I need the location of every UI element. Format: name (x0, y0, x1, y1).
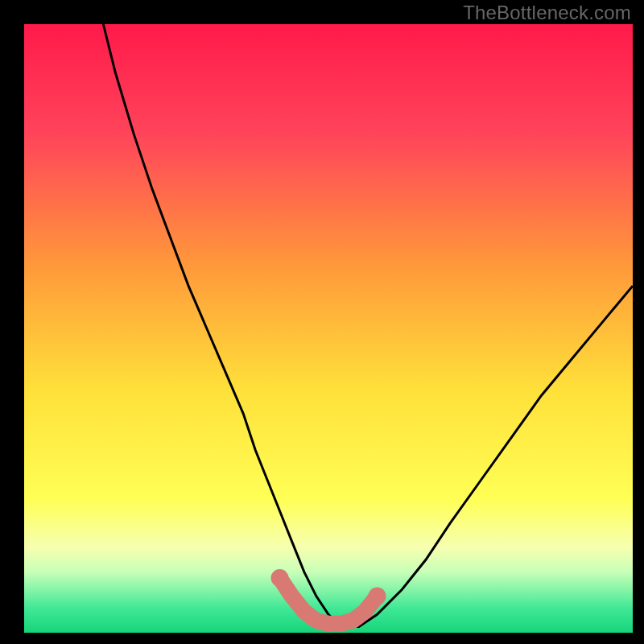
watermark-text: TheBottleneck.com (463, 2, 631, 24)
optimal-marker-dot (271, 569, 289, 587)
chart-frame: TheBottleneck.com (0, 0, 644, 644)
bottleneck-chart (0, 0, 644, 644)
gradient-background (24, 24, 633, 633)
optimal-marker-dot (369, 588, 386, 605)
